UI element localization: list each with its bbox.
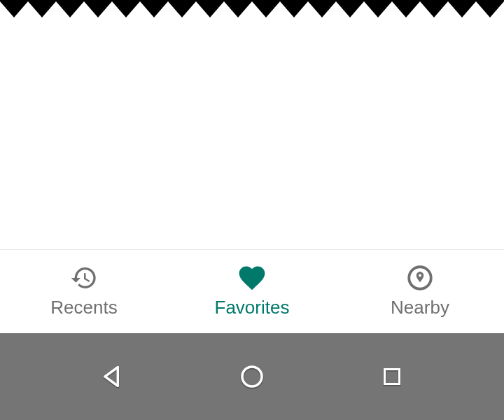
- nav-item-nearby[interactable]: Nearby: [336, 250, 504, 333]
- bottom-navigation: Recents Favorites Nearby: [0, 249, 504, 333]
- home-button[interactable]: [210, 356, 294, 398]
- location-icon: [405, 265, 435, 291]
- content-area: [0, 21, 504, 249]
- nav-item-favorites[interactable]: Favorites: [168, 250, 336, 333]
- zigzag-border: [0, 0, 504, 21]
- overview-button[interactable]: [350, 356, 434, 398]
- nav-label-nearby: Nearby: [391, 297, 449, 318]
- svg-rect-3: [385, 370, 400, 385]
- nav-label-recents: Recents: [50, 297, 117, 318]
- back-button[interactable]: [70, 356, 154, 398]
- heart-icon: [237, 265, 267, 291]
- svg-point-2: [242, 367, 262, 386]
- system-navigation-bar: [0, 333, 504, 420]
- nav-item-recents[interactable]: Recents: [0, 250, 168, 333]
- nav-label-favorites: Favorites: [215, 297, 290, 318]
- history-icon: [70, 265, 98, 291]
